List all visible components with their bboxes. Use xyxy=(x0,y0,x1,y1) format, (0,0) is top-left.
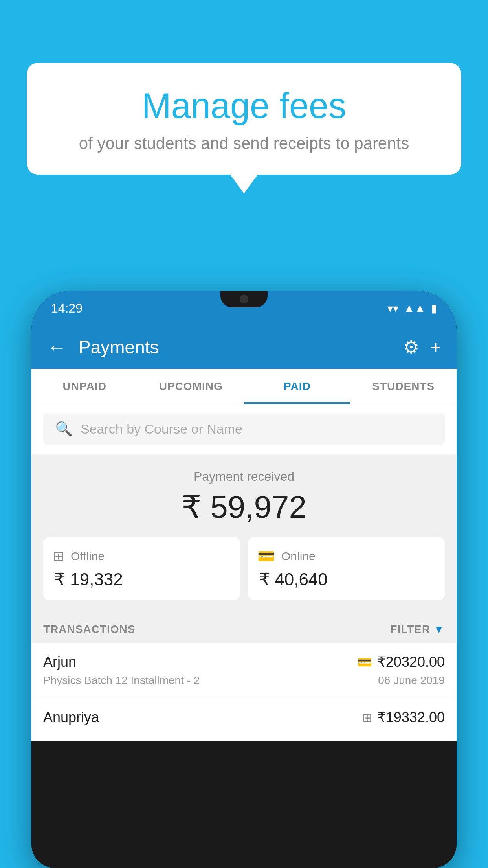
transaction-row[interactable]: Anupriya ⊞ ₹19332.00 xyxy=(31,698,457,741)
transaction-amount-container-2: ⊞ ₹19332.00 xyxy=(362,709,445,726)
header-actions: ⚙ + xyxy=(403,337,441,358)
search-container: 🔍 Search by Course or Name xyxy=(31,404,457,454)
transaction-amount-container: 💳 ₹20320.00 xyxy=(358,654,445,670)
status-bar: 14:29 ▾▾ ▲▲ ▮ xyxy=(31,291,457,326)
transaction-desc: Physics Batch 12 Installment - 2 xyxy=(43,674,200,687)
tab-bar: UNPAID UPCOMING PAID STUDENTS xyxy=(31,369,457,404)
card-payment-icon: 💳 xyxy=(358,655,372,669)
transaction-name-2: Anupriya xyxy=(43,709,99,726)
online-amount: ₹ 40,640 xyxy=(257,569,435,589)
phone-content: 🔍 Search by Course or Name Payment recei… xyxy=(31,404,457,741)
add-icon[interactable]: + xyxy=(430,337,441,358)
payment-received-section: Payment received ₹ 59,972 ⊞ Offline ₹ 19… xyxy=(31,454,457,612)
filter-icon: ▼ xyxy=(433,623,445,636)
bubble-title: Manage fees xyxy=(46,86,442,125)
search-icon: 🔍 xyxy=(55,421,73,437)
tab-paid[interactable]: PAID xyxy=(244,369,350,404)
online-icon: 💳 xyxy=(257,548,275,565)
offline-payment-card: ⊞ Offline ₹ 19,332 xyxy=(43,537,240,600)
battery-icon: ▮ xyxy=(431,302,437,315)
signal-icon: ▲▲ xyxy=(404,302,426,314)
camera-icon xyxy=(240,295,248,303)
app-header: ← Payments ⚙ + xyxy=(31,326,457,369)
filter-text: FILTER xyxy=(390,623,430,636)
offline-card-header: ⊞ Offline xyxy=(53,548,231,565)
phone-frame: 14:29 ▾▾ ▲▲ ▮ ← Payments ⚙ + UNPAID UPCO… xyxy=(31,291,457,868)
payment-total-amount: ₹ 59,972 xyxy=(43,489,445,525)
payment-cards: ⊞ Offline ₹ 19,332 💳 Online ₹ 40,640 xyxy=(43,537,445,600)
payment-received-label: Payment received xyxy=(43,469,445,484)
transaction-date: 06 June 2019 xyxy=(378,674,445,687)
search-bar[interactable]: 🔍 Search by Course or Name xyxy=(43,413,445,445)
transaction-name: Arjun xyxy=(43,654,76,670)
status-icons: ▾▾ ▲▲ ▮ xyxy=(387,302,437,315)
filter-button[interactable]: FILTER ▼ xyxy=(390,623,445,636)
offline-label: Offline xyxy=(71,550,105,563)
search-placeholder: Search by Course or Name xyxy=(81,421,242,437)
transaction-amount: ₹20320.00 xyxy=(377,654,445,670)
offline-icon: ⊞ xyxy=(53,548,64,565)
wifi-icon: ▾▾ xyxy=(387,302,398,315)
tab-students[interactable]: STUDENTS xyxy=(350,369,457,404)
transaction-top: Arjun 💳 ₹20320.00 xyxy=(43,654,445,670)
offline-amount: ₹ 19,332 xyxy=(53,569,231,589)
offline-payment-icon: ⊞ xyxy=(362,711,372,725)
back-button[interactable]: ← xyxy=(47,336,67,359)
transaction-bottom: Physics Batch 12 Installment - 2 06 June… xyxy=(43,674,445,687)
transaction-row[interactable]: Arjun 💳 ₹20320.00 Physics Batch 12 Insta… xyxy=(31,643,457,698)
bubble-subtitle: of your students and send receipts to pa… xyxy=(46,134,442,153)
status-time: 14:29 xyxy=(51,301,83,316)
tab-upcoming[interactable]: UPCOMING xyxy=(138,369,244,404)
online-label: Online xyxy=(281,550,316,563)
speech-bubble: Manage fees of your students and send re… xyxy=(27,63,461,175)
transaction-amount-2: ₹19332.00 xyxy=(377,709,445,726)
phone-notch xyxy=(220,291,268,307)
transactions-header: TRANSACTIONS FILTER ▼ xyxy=(31,612,457,643)
transactions-label: TRANSACTIONS xyxy=(43,623,135,636)
transaction-top: Anupriya ⊞ ₹19332.00 xyxy=(43,709,445,726)
header-title: Payments xyxy=(79,337,391,358)
tab-unpaid[interactable]: UNPAID xyxy=(31,369,138,404)
online-card-header: 💳 Online xyxy=(257,548,435,565)
settings-icon[interactable]: ⚙ xyxy=(403,337,419,358)
online-payment-card: 💳 Online ₹ 40,640 xyxy=(248,537,445,600)
